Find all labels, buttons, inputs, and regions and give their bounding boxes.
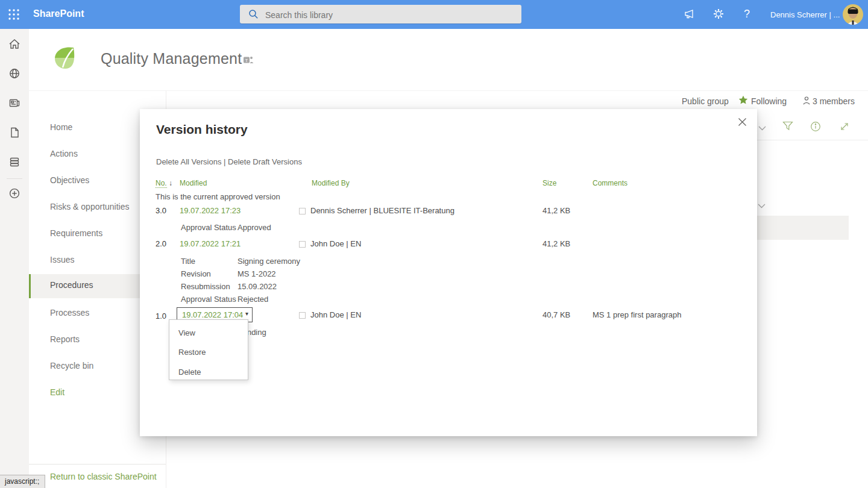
sidebar-item-actions[interactable]: Actions: [50, 148, 78, 160]
detail-value: Signing ceremony: [237, 257, 300, 266]
dropdown-caret-icon: ▾: [245, 310, 248, 317]
version-number: 2.0: [156, 239, 166, 248]
chevron-down-icon[interactable]: [758, 200, 766, 211]
app-launcher-icon[interactable]: [7, 8, 20, 23]
sidebar-item-objectives[interactable]: Objectives: [50, 174, 89, 186]
gear-icon[interactable]: [712, 7, 725, 23]
sidebar-item-issues[interactable]: Issues: [50, 254, 74, 266]
version-history-dialog: Version history Delete All Versions | De…: [140, 109, 757, 436]
expand-icon[interactable]: [839, 121, 850, 134]
presence-checkbox[interactable]: [299, 241, 306, 248]
filter-icon[interactable]: [782, 121, 793, 133]
version-number: 1.0: [156, 311, 166, 321]
sharepoint-app: SharePoint: [0, 0, 868, 488]
site-title[interactable]: Quality Management: [101, 50, 242, 67]
chevron-down-icon[interactable]: [758, 122, 766, 133]
suite-app-name[interactable]: SharePoint: [33, 8, 84, 19]
following-label[interactable]: Following: [751, 96, 787, 106]
column-header-modified[interactable]: Modified: [180, 179, 207, 187]
nav-footer-divider: [29, 464, 166, 465]
menu-item-restore[interactable]: Restore: [178, 346, 206, 358]
public-group-label: Public group: [682, 96, 729, 106]
detail-label: Approval Status: [181, 295, 236, 304]
current-version-note: This is the current approved version: [156, 192, 280, 201]
search-box: [240, 5, 521, 23]
sidebar-item-reports[interactable]: Reports: [50, 333, 80, 345]
column-header-modified-by[interactable]: Modified By: [312, 179, 350, 187]
sidebar-item-home[interactable]: Home: [50, 121, 72, 133]
size-value: 40,7 KB: [542, 310, 570, 319]
version-date-link[interactable]: 19.07.2022 17:23: [180, 206, 241, 215]
search-icon: [248, 9, 259, 22]
site-logo-leaf-icon[interactable]: [53, 45, 78, 74]
megaphone-icon[interactable]: [683, 8, 696, 23]
close-icon[interactable]: [738, 117, 750, 130]
detail-label: Revision: [181, 269, 211, 278]
sort-desc-icon: ↓: [169, 179, 172, 187]
menu-item-view[interactable]: View: [178, 327, 195, 339]
version-date-link[interactable]: 19.07.2022 17:21: [180, 239, 241, 248]
modified-by-value: John Doe | EN: [310, 310, 361, 319]
help-icon[interactable]: ?: [744, 8, 750, 20]
menu-item-delete[interactable]: Delete: [178, 366, 201, 378]
account-name[interactable]: Dennis Scherrer | ...: [770, 10, 840, 19]
version-context-menu: View Restore Delete: [169, 319, 248, 380]
lists-icon[interactable]: [8, 155, 21, 171]
detail-label: Title: [181, 257, 195, 266]
column-header-no[interactable]: No. ↓: [156, 179, 172, 187]
return-to-classic-link[interactable]: Return to classic SharePoint: [50, 472, 157, 481]
column-header-size[interactable]: Size: [542, 179, 556, 187]
status-bar-link-hint: javascript:;: [0, 475, 45, 488]
header-divider: [29, 90, 868, 91]
detail-value: 15.09.2022: [237, 282, 277, 291]
detail-label: Resubmission: [181, 282, 230, 291]
size-value: 41,2 KB: [542, 239, 570, 248]
version-date-link[interactable]: 19.07.2022 17:04: [182, 310, 243, 320]
news-icon[interactable]: [8, 96, 21, 112]
detail-label: Approval Status: [181, 223, 236, 232]
presence-checkbox[interactable]: [299, 312, 306, 319]
sidebar-item-recycle-bin[interactable]: Recycle bin: [50, 360, 93, 372]
members-icon[interactable]: [802, 96, 811, 108]
suite-bar: SharePoint: [0, 0, 868, 29]
sidebar-item-label: Procedures: [50, 280, 93, 290]
detail-value: Rejected: [237, 295, 268, 304]
sidebar-item-risks-opportunities[interactable]: Risks & opportunities: [50, 201, 130, 213]
avatar[interactable]: [843, 4, 863, 25]
column-header-comments[interactable]: Comments: [593, 179, 627, 187]
dialog-title: Version history: [156, 122, 248, 137]
size-value: 41,2 KB: [542, 206, 570, 215]
home-icon[interactable]: [8, 37, 21, 53]
toolbar-divider: [757, 140, 868, 140]
detail-value: Approved: [237, 223, 271, 232]
modified-by-value: Dennis Scherrer | BLUESITE IT-Beratung: [310, 206, 454, 215]
svg-text:T: T: [245, 58, 248, 63]
document-icon[interactable]: [8, 126, 21, 142]
create-plus-icon[interactable]: [8, 187, 21, 202]
rail-divider: [7, 178, 22, 179]
modified-by-value: John Doe | EN: [310, 239, 361, 248]
dialog-toolbar: Delete All Versions | Delete Draft Versi…: [156, 157, 302, 166]
delete-draft-versions-link[interactable]: Delete Draft Versions: [228, 157, 302, 166]
info-icon[interactable]: [810, 121, 821, 134]
comments-value: MS 1 prep first paragraph: [593, 310, 681, 319]
search-input[interactable]: [264, 5, 514, 25]
members-count[interactable]: 3 members: [813, 96, 855, 106]
presence-checkbox[interactable]: [299, 208, 306, 214]
sidebar-item-requirements[interactable]: Requirements: [50, 227, 102, 239]
delete-all-versions-link[interactable]: Delete All Versions: [156, 157, 221, 166]
sidebar-item-edit[interactable]: Edit: [50, 386, 64, 398]
sidebar-item-processes[interactable]: Processes: [50, 307, 89, 319]
detail-value: MS 1-2022: [237, 269, 276, 278]
link-separator: |: [224, 157, 225, 166]
left-rail: [0, 29, 29, 488]
version-number: 3.0: [156, 206, 166, 215]
following-star-icon[interactable]: [738, 95, 748, 107]
globe-icon[interactable]: [8, 67, 21, 83]
teams-icon[interactable]: T: [244, 55, 254, 67]
